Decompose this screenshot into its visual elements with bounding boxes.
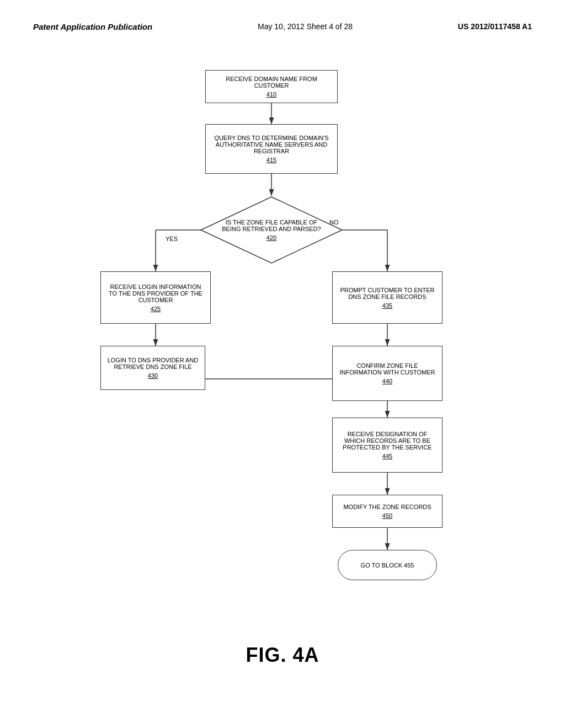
box-435-num: 435 [382,302,392,309]
box-410: RECEIVE DOMAIN NAME FROM CUSTOMER 410 [205,70,338,103]
box-415-num: 415 [266,157,276,163]
no-label: NO [329,219,339,226]
header-right: US 2012/0117458 A1 [458,22,532,31]
box-450-num: 450 [382,512,392,519]
box-435-text: PROMPT CUSTOMER TO ENTER DNS ZONE FILE R… [337,287,438,300]
box-440: CONFIRM ZONE FILE INFORMATION WITH CUSTO… [332,346,443,401]
box-430-num: 430 [148,372,158,379]
box-445: RECEIVE DESIGNATION OF WHICH RECORDS ARE… [332,417,443,473]
yes-label: YES [166,235,178,242]
box-445-text: RECEIVE DESIGNATION OF WHICH RECORDS ARE… [337,431,438,451]
box-425: RECEIVE LOGIN INFORMATION TO THE DNS PRO… [100,271,211,324]
box-425-text: RECEIVE LOGIN INFORMATION TO THE DNS PRO… [105,283,206,303]
box-415: QUERY DNS TO DETERMINE DOMAIN'S AUTHORIT… [205,124,338,174]
box-445-num: 445 [382,453,392,459]
box-410-num: 410 [266,91,276,98]
header-center: May 10, 2012 Sheet 4 of 28 [258,22,353,31]
box-450-text: MODIFY THE ZONE RECORDS [343,504,431,510]
diamond-420-text: IS THE ZONE FILE CAPABLE OF BEING RETRIE… [222,219,321,232]
box-430-text: LOGIN TO DNS PROVIDER AND RETRIEVE DNS Z… [105,357,200,370]
page: Patent Application Publication May 10, 2… [0,0,565,728]
box-415-text: QUERY DNS TO DETERMINE DOMAIN'S AUTHORIT… [210,135,333,154]
box-440-num: 440 [382,378,392,384]
diamond-420-num: 420 [266,234,276,241]
box-455: GO TO BLOCK 455 [338,550,437,580]
box-430: LOGIN TO DNS PROVIDER AND RETRIEVE DNS Z… [100,346,205,390]
box-450: MODIFY THE ZONE RECORDS 450 [332,495,443,528]
box-455-text: GO TO BLOCK 455 [361,562,414,569]
box-435: PROMPT CUSTOMER TO ENTER DNS ZONE FILE R… [332,271,443,324]
box-440-text: CONFIRM ZONE FILE INFORMATION WITH CUSTO… [337,362,438,376]
header-left: Patent Application Publication [33,22,152,31]
diamond-420-svg: IS THE ZONE FILE CAPABLE OF BEING RETRIE… [200,196,343,264]
box-410-text: RECEIVE DOMAIN NAME FROM CUSTOMER [210,76,333,89]
box-425-num: 425 [151,306,161,312]
diagram-area: RECEIVE DOMAIN NAME FROM CUSTOMER 410 QU… [45,53,520,633]
page-header: Patent Application Publication May 10, 2… [33,22,532,37]
diamond-420-wrap: IS THE ZONE FILE CAPABLE OF BEING RETRIE… [200,196,343,264]
fig-label: FIG. 4A [33,644,532,667]
